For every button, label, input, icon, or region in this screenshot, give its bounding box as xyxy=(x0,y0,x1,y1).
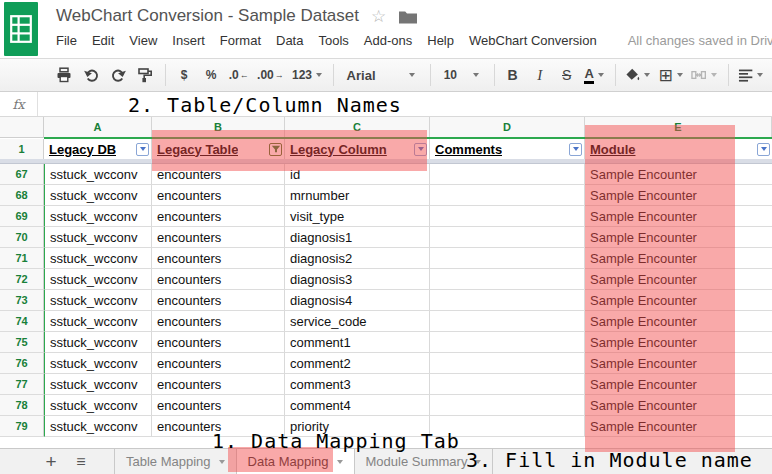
bold-button[interactable]: B xyxy=(504,63,522,87)
cell[interactable] xyxy=(430,332,585,353)
cell[interactable]: diagnosis2 xyxy=(285,248,430,269)
row-number[interactable]: 69 xyxy=(0,206,44,227)
cell[interactable]: sstuck_wcconv xyxy=(44,416,152,437)
cell[interactable]: encounters xyxy=(152,311,285,332)
text-color-button[interactable]: A xyxy=(585,63,604,87)
redo-icon[interactable] xyxy=(109,63,127,87)
decrease-decimal-button[interactable]: .0← xyxy=(229,63,248,87)
cell[interactable]: id xyxy=(285,164,430,185)
menu-edit[interactable]: Edit xyxy=(92,33,114,48)
cell[interactable]: sstuck_wcconv xyxy=(44,374,152,395)
cell[interactable]: Sample Encounter xyxy=(585,269,772,290)
cell[interactable] xyxy=(430,185,585,206)
cell[interactable]: comment3 xyxy=(285,374,430,395)
cell[interactable] xyxy=(430,290,585,311)
cell[interactable]: Sample Encounter xyxy=(585,206,772,227)
cell[interactable]: encounters xyxy=(152,248,285,269)
menu-format[interactable]: Format xyxy=(220,33,261,48)
cell[interactable]: Sample Encounter xyxy=(585,248,772,269)
header-cell[interactable]: Module xyxy=(585,139,772,160)
all-sheets-menu-button[interactable]: ≡ xyxy=(66,449,96,474)
cell[interactable]: encounters xyxy=(152,416,285,437)
row-number[interactable]: 67 xyxy=(0,164,44,185)
cell[interactable]: encounters xyxy=(152,374,285,395)
row-number[interactable]: 72 xyxy=(0,269,44,290)
document-title[interactable]: WebChart Conversion - Sample Dataset xyxy=(56,6,359,26)
undo-icon[interactable] xyxy=(82,63,100,87)
cell[interactable]: Sample Encounter xyxy=(585,353,772,374)
cell[interactable]: diagnosis1 xyxy=(285,227,430,248)
column-letter-b[interactable]: B xyxy=(152,117,285,138)
row-number[interactable]: 79 xyxy=(0,416,44,437)
merge-cells-button[interactable] xyxy=(691,63,716,87)
cell[interactable]: sstuck_wcconv xyxy=(44,269,152,290)
cell[interactable]: priority xyxy=(285,416,430,437)
cell[interactable]: diagnosis3 xyxy=(285,269,430,290)
cell[interactable]: encounters xyxy=(152,269,285,290)
cell[interactable] xyxy=(430,227,585,248)
borders-button[interactable]: ⊞ xyxy=(659,63,683,87)
menu-view[interactable]: View xyxy=(129,33,157,48)
filter-dropdown-icon[interactable] xyxy=(414,143,427,156)
cell[interactable]: mrnumber xyxy=(285,185,430,206)
add-sheet-button[interactable]: + xyxy=(36,449,66,474)
strikethrough-button[interactable]: S xyxy=(558,63,576,87)
cell[interactable]: sstuck_wcconv xyxy=(44,353,152,374)
cell[interactable] xyxy=(430,416,585,437)
cell[interactable]: comment2 xyxy=(285,353,430,374)
cell[interactable]: sstuck_wcconv xyxy=(44,248,152,269)
cell[interactable]: sstuck_wcconv xyxy=(44,227,152,248)
row-number[interactable]: 74 xyxy=(0,311,44,332)
cell[interactable]: diagnosis4 xyxy=(285,290,430,311)
row-number[interactable]: 76 xyxy=(0,353,44,374)
column-letter-c[interactable]: C xyxy=(285,117,430,138)
cell[interactable]: Sample Encounter xyxy=(585,227,772,248)
cell[interactable]: Sample Encounter xyxy=(585,416,772,437)
filter-dropdown-icon[interactable] xyxy=(569,143,582,156)
star-icon[interactable]: ☆ xyxy=(371,8,386,25)
cell[interactable]: sstuck_wcconv xyxy=(44,206,152,227)
font-size-select[interactable]: 10 xyxy=(440,63,483,87)
cell[interactable] xyxy=(430,206,585,227)
menu-help[interactable]: Help xyxy=(427,33,454,48)
number-format-button[interactable]: 123 xyxy=(292,63,321,87)
filter-dropdown-icon[interactable] xyxy=(136,143,149,156)
cell[interactable] xyxy=(430,374,585,395)
percent-format-button[interactable]: % xyxy=(202,63,220,87)
fill-color-button[interactable] xyxy=(625,63,650,87)
filter-dropdown-icon[interactable] xyxy=(757,143,770,156)
cell[interactable]: Sample Encounter xyxy=(585,185,772,206)
row-number[interactable]: 73 xyxy=(0,290,44,311)
cell[interactable]: sstuck_wcconv xyxy=(44,395,152,416)
sheet-tab-module-summary[interactable]: Module Summary xyxy=(355,449,494,474)
sheet-tab-menu-icon[interactable] xyxy=(337,460,343,464)
select-all-corner[interactable] xyxy=(0,117,44,138)
cell[interactable]: encounters xyxy=(152,332,285,353)
row-number[interactable]: 78 xyxy=(0,395,44,416)
cell[interactable] xyxy=(430,353,585,374)
cell[interactable] xyxy=(430,311,585,332)
header-cell[interactable]: Legacy Table xyxy=(152,139,285,160)
cell[interactable]: encounters xyxy=(152,353,285,374)
row-number[interactable]: 77 xyxy=(0,374,44,395)
row-number[interactable]: 75 xyxy=(0,332,44,353)
row-number[interactable]: 70 xyxy=(0,227,44,248)
paint-format-icon[interactable] xyxy=(136,63,154,87)
cell[interactable]: sstuck_wcconv xyxy=(44,290,152,311)
cell[interactable]: encounters xyxy=(152,227,285,248)
cell[interactable]: visit_type xyxy=(285,206,430,227)
sheet-tab-menu-icon[interactable] xyxy=(475,460,481,464)
cell[interactable]: Sample Encounter xyxy=(585,290,772,311)
folder-icon[interactable] xyxy=(398,9,418,24)
header-cell[interactable]: Legacy Column xyxy=(285,139,430,160)
menu-tools[interactable]: Tools xyxy=(318,33,348,48)
italic-button[interactable]: I xyxy=(531,63,549,87)
cell[interactable]: sstuck_wcconv xyxy=(44,311,152,332)
sheet-tab-table-mapping[interactable]: Table Mapping xyxy=(114,449,237,474)
cell[interactable] xyxy=(430,395,585,416)
filter-active-icon[interactable] xyxy=(269,143,282,156)
horizontal-align-button[interactable] xyxy=(738,63,763,87)
cell[interactable]: comment1 xyxy=(285,332,430,353)
cell[interactable]: encounters xyxy=(152,164,285,185)
cell[interactable]: encounters xyxy=(152,290,285,311)
